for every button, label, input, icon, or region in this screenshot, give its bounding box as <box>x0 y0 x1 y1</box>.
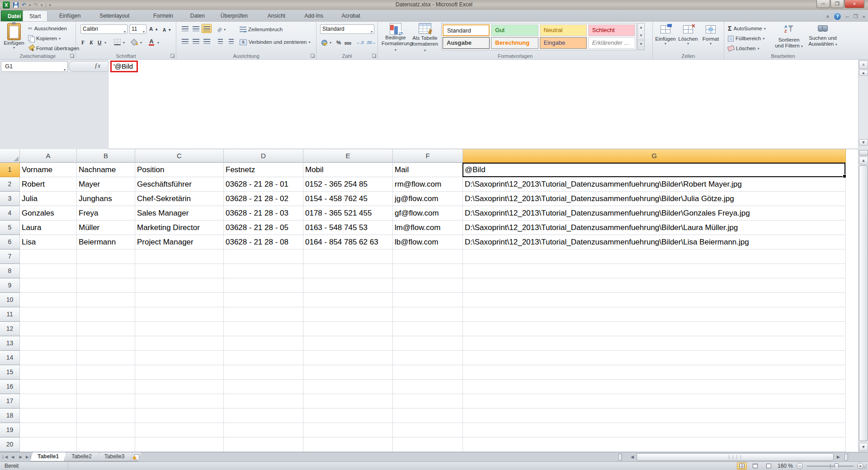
cell-D15[interactable] <box>224 365 303 380</box>
vertical-scroll-thumb[interactable] <box>859 165 868 441</box>
cell-G17[interactable] <box>463 394 846 409</box>
cell-G10[interactable] <box>463 293 846 307</box>
clipboard-dialog-launcher[interactable] <box>70 54 74 58</box>
cell-B12[interactable] <box>77 322 135 336</box>
cell-F2[interactable]: rm@flow.com <box>393 177 463 192</box>
row-header-7[interactable]: 7 <box>0 249 20 264</box>
orientation-button[interactable]: ab▾ <box>217 25 226 34</box>
cell-C14[interactable] <box>135 351 224 365</box>
style-chip-neutral[interactable]: Neutral <box>540 24 587 36</box>
select-all-corner[interactable] <box>0 149 20 163</box>
zoom-slider-thumb[interactable] <box>835 463 839 469</box>
cell-F7[interactable] <box>393 249 463 264</box>
cell-B8[interactable] <box>77 264 135 278</box>
cell-G13[interactable] <box>463 336 846 351</box>
cell-F8[interactable] <box>393 264 463 278</box>
scroll-up-icon[interactable]: ▲ <box>859 156 868 164</box>
cell-D20[interactable] <box>224 437 303 452</box>
style-chip-gut[interactable]: Gut <box>491 24 538 36</box>
cell-C1[interactable]: Position <box>135 163 224 177</box>
cell-F4[interactable]: gf@flow.com <box>393 206 463 221</box>
cell-F19[interactable] <box>393 423 463 437</box>
cell-F15[interactable] <box>393 365 463 380</box>
cell-G12[interactable] <box>463 322 846 336</box>
cell-B15[interactable] <box>77 365 135 380</box>
column-header-C[interactable]: C <box>135 149 224 163</box>
doc-close-icon[interactable]: × <box>863 14 865 19</box>
cell-G8[interactable] <box>463 264 846 278</box>
cell-B2[interactable]: Mayer <box>77 177 135 192</box>
row-header-6[interactable]: 6 <box>0 235 20 249</box>
cell-E7[interactable] <box>303 249 393 264</box>
doc-minimize-icon[interactable]: ─ <box>845 14 849 19</box>
copy-button[interactable]: Kopieren▾ <box>28 34 61 43</box>
cell-G11[interactable] <box>463 307 846 322</box>
align-middle-button[interactable] <box>191 24 201 33</box>
cell-E6[interactable]: 0164 - 854 785 62 63 <box>303 235 393 249</box>
cell-B14[interactable] <box>77 351 135 365</box>
style-chip-schlecht[interactable]: Schlecht <box>588 24 635 36</box>
cell-E10[interactable] <box>303 293 393 307</box>
resize-grip[interactable] <box>861 463 868 470</box>
tab-acrobat[interactable]: Acrobat <box>335 10 366 21</box>
page-break-view-button[interactable] <box>764 462 774 470</box>
align-left-button[interactable] <box>180 37 190 46</box>
tab-start[interactable]: Start <box>23 10 47 21</box>
tab-formeln[interactable]: Formeln <box>147 10 179 21</box>
cell-E8[interactable] <box>303 264 393 278</box>
cell-D8[interactable] <box>224 264 303 278</box>
tab-split-handle[interactable] <box>618 454 622 461</box>
cell-E16[interactable] <box>303 380 393 394</box>
cell-E13[interactable] <box>303 336 393 351</box>
tab-add-ins[interactable]: Add-Ins <box>298 10 330 21</box>
gallery-more-icon[interactable]: ▼ <box>638 40 644 48</box>
cell-F11[interactable] <box>393 307 463 322</box>
tab--berpr-fen[interactable]: Überprüfen <box>214 10 254 21</box>
font-family-combo[interactable]: Calibri▾ <box>80 24 127 34</box>
row-header-14[interactable]: 14 <box>0 351 20 365</box>
fx-icon[interactable]: ƒx <box>94 62 100 70</box>
cell-E15[interactable] <box>303 365 393 380</box>
cell-B5[interactable]: Müller <box>77 221 135 235</box>
cell-G7[interactable] <box>463 249 846 264</box>
cell-C13[interactable] <box>135 336 224 351</box>
cell-F5[interactable]: lm@flow.com <box>393 221 463 235</box>
cell-B20[interactable] <box>77 437 135 452</box>
cell-A9[interactable] <box>20 278 77 293</box>
cell-A20[interactable] <box>20 437 77 452</box>
cell-D12[interactable] <box>224 322 303 336</box>
cell-E9[interactable] <box>303 278 393 293</box>
cell-A13[interactable] <box>20 336 77 351</box>
style-chip-erkl-render-[interactable]: Erklärender ... <box>588 37 635 49</box>
alignment-dialog-launcher[interactable] <box>311 54 315 58</box>
cell-D6[interactable]: 03628 - 21 28 - 08 <box>224 235 303 249</box>
format-as-table-button[interactable]: Als Tabelleformatieren ▾ <box>410 23 439 56</box>
cell-A2[interactable]: Robert <box>20 177 77 192</box>
cell-F10[interactable] <box>393 293 463 307</box>
zoom-out-icon[interactable]: − <box>797 463 803 469</box>
cell-E20[interactable] <box>303 437 393 452</box>
accounting-format-button[interactable]: ▾ <box>321 38 331 47</box>
zoom-level[interactable]: 160 % <box>778 463 793 469</box>
restore-button[interactable]: ❐ <box>830 0 844 8</box>
cell-A7[interactable] <box>20 249 77 264</box>
cell-A15[interactable] <box>20 365 77 380</box>
zoom-slider[interactable] <box>807 465 854 467</box>
cell-A18[interactable] <box>20 409 77 423</box>
next-sheet-icon[interactable]: ▶ <box>17 453 24 461</box>
cell-A4[interactable]: Gonzales <box>20 206 77 221</box>
decrease-decimal-button[interactable]: ,00→ <box>366 38 376 47</box>
row-header-4[interactable]: 4 <box>0 206 20 221</box>
format-painter-button[interactable]: Format übertragen <box>28 44 79 53</box>
cell-C3[interactable]: Chef-Sekretärin <box>135 192 224 206</box>
tab-einf-gen[interactable]: Einfügen <box>53 10 87 21</box>
vertical-split-handle[interactable] <box>859 150 868 155</box>
conditional-formatting-button[interactable]: BedingteFormatierung ▾ <box>382 23 410 56</box>
cell-E5[interactable]: 0163 - 548 745 53 <box>303 221 393 235</box>
cell-E11[interactable] <box>303 307 393 322</box>
cell-G9[interactable] <box>463 278 846 293</box>
cell-G16[interactable] <box>463 380 846 394</box>
cell-E17[interactable] <box>303 394 393 409</box>
cell-A10[interactable] <box>20 293 77 307</box>
cell-B17[interactable] <box>77 394 135 409</box>
